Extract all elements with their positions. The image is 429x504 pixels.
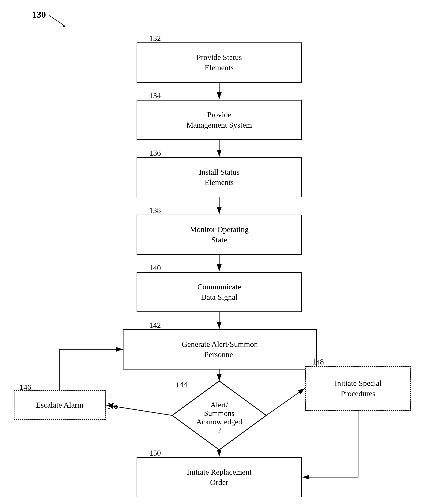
box-150: Initiate ReplacementOrder — [137, 457, 302, 497]
box-146: Escalate Alarm — [14, 390, 106, 420]
node-label-136: 136 — [149, 149, 161, 158]
yes-label: Yes — [222, 434, 233, 443]
svg-text:Acknowledged: Acknowledged — [196, 418, 242, 426]
svg-text:?: ? — [218, 426, 221, 434]
flowchart-diagram: 130 132 Provide StatusElements 134 Provi… — [0, 0, 429, 504]
svg-marker-2 — [62, 24, 65, 27]
svg-line-1 — [49, 16, 65, 27]
box-138-text: Monitor OperatingState — [190, 224, 249, 245]
svg-line-17 — [266, 388, 305, 416]
box-136-text: Install StatusElements — [199, 167, 240, 187]
node-label-148: 148 — [312, 358, 324, 366]
box-140-text: CommunicateData Signal — [197, 282, 241, 302]
node-label-132: 132 — [149, 34, 161, 43]
svg-text:Summons: Summons — [204, 409, 234, 417]
node-label-134: 134 — [149, 91, 161, 100]
box-140: CommunicateData Signal — [137, 272, 302, 312]
box-148-text: Initiate SpecialProcedures — [335, 378, 382, 398]
box-134-text: ProvideManagement System — [186, 110, 252, 130]
box-142: Generate Alert/SummonPersonnel — [123, 329, 317, 370]
box-146-text: Escalate Alarm — [36, 400, 84, 410]
node-label-144: 144 — [176, 380, 187, 389]
box-134: ProvideManagement System — [137, 100, 302, 140]
box-142-text: Generate Alert/SummonPersonnel — [182, 339, 258, 359]
svg-text:Alert/: Alert/ — [210, 401, 228, 409]
box-132: Provide StatusElements — [137, 43, 302, 83]
node-label-142: 142 — [149, 321, 161, 330]
box-148: Initiate SpecialProcedures — [305, 366, 411, 411]
box-132-text: Provide StatusElements — [197, 52, 242, 72]
box-150-text: Initiate ReplacementOrder — [187, 467, 251, 487]
diagram-label-130: 130 — [32, 9, 46, 20]
box-136: Install StatusElements — [137, 157, 302, 197]
node-label-138: 138 — [149, 206, 161, 215]
no-label: No — [108, 401, 118, 411]
svg-marker-9 — [172, 381, 266, 450]
box-138: Monitor OperatingState — [137, 215, 302, 255]
node-label-150: 150 — [149, 449, 161, 457]
node-label-140: 140 — [149, 264, 161, 272]
